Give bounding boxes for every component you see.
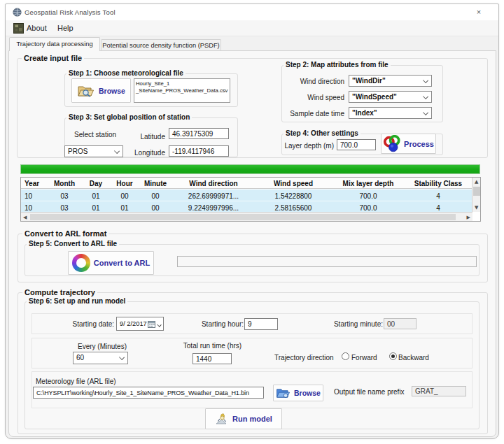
group-convert-arl-label: Convert to ARL format <box>22 229 108 238</box>
wind-speed-value: "WindSpeed" <box>352 93 397 101</box>
grid-cell: 01 <box>81 192 111 201</box>
tab-psdf[interactable]: Potential source density function (PSDF) <box>101 39 221 51</box>
grid-header-cell[interactable]: Year <box>21 180 48 188</box>
arl-file-field[interactable]: C:\HYSPLIT\working\Hourly_Site_1_SiteNam… <box>33 387 264 399</box>
chevron-down-icon <box>423 94 428 99</box>
grid-header-cell[interactable]: Month <box>48 180 81 188</box>
station-combobox[interactable]: PROS <box>64 145 123 157</box>
browse-arl-file-button[interactable]: Browse <box>273 385 323 401</box>
grid-header-cell[interactable]: Mix layer depth <box>332 180 405 188</box>
starting-date-label: Starting date: <box>58 320 114 328</box>
grid-cell: 00 <box>111 192 139 201</box>
total-run-time-field[interactable]: 1440 <box>192 353 232 364</box>
menu-bar: About Help <box>6 20 498 36</box>
chevron-down-icon <box>423 110 428 115</box>
tab-strip: Trajectory data processing Potential sou… <box>6 36 498 50</box>
chevron-down-icon <box>119 355 125 360</box>
group-step2-label: Step 2: Map attributes from file <box>284 61 391 69</box>
layer-depth-field[interactable]: 700.0 <box>337 139 376 150</box>
grid-horizontal-scrollbar[interactable]: ◀ ▶ <box>21 212 472 221</box>
run-model-icon <box>215 413 229 426</box>
grid-cell: 262.69999971... <box>172 192 255 201</box>
group-step6-label: Step 6: Set up and run model <box>27 297 127 305</box>
forward-label: Forward <box>351 354 377 361</box>
backward-label: Backward <box>398 354 429 361</box>
convert-progress-bar <box>177 256 477 267</box>
grid-vertical-scrollbar[interactable]: ▲ ▼ <box>472 178 480 212</box>
browse-met-file-label: Browse <box>99 87 125 95</box>
app-icon <box>13 8 22 17</box>
latitude-label: Latitude <box>123 133 165 141</box>
arl-file-label: Meteorology file (ARL file) <box>36 378 116 385</box>
convert-to-arl-label: Convert to ARL <box>94 259 150 267</box>
starting-date-value: 9/ 2/2017 <box>120 320 147 327</box>
datepicker-dropdown-icon[interactable] <box>157 322 162 327</box>
window-title: Geospatial Risk Analysis Tool <box>24 8 115 16</box>
convert-to-arl-button[interactable]: Convert to ARL <box>68 251 154 275</box>
close-button[interactable]: × <box>472 7 485 17</box>
met-file-name-line1: Hourly_Site_1 <box>136 80 227 87</box>
sample-date-time-combobox[interactable]: "Index" <box>349 107 432 119</box>
grid-header-cell[interactable]: Stability Class <box>405 180 472 188</box>
latitude-field[interactable]: 46.39175309 <box>169 128 229 139</box>
grid-header-cell[interactable]: Wind speed <box>255 180 332 188</box>
starting-hour-field[interactable]: 9 <box>244 318 278 330</box>
scroll-up-icon[interactable]: ▲ <box>475 179 478 185</box>
scroll-down-icon[interactable]: ▼ <box>475 205 478 210</box>
station-value: PROS <box>68 148 88 155</box>
run-model-label: Run model <box>232 415 272 423</box>
menu-help[interactable]: Help <box>57 24 74 32</box>
grid-header-cell[interactable]: Hour <box>111 180 139 188</box>
wind-speed-label: Wind speed <box>274 94 344 101</box>
menu-app-icon <box>13 23 24 34</box>
grid-header-cell[interactable]: Minute <box>139 180 172 188</box>
forward-radio[interactable] <box>342 352 349 360</box>
wind-direction-value: "WindDir" <box>352 77 386 85</box>
process-button[interactable]: Process <box>381 134 436 154</box>
met-file-name-box[interactable]: Hourly_Site_1 _SiteName_PROS_Weather_Dat… <box>134 78 230 103</box>
chevron-down-icon <box>114 148 120 154</box>
grid-cell: 10 <box>21 192 48 201</box>
wind-speed-combobox[interactable]: "WindSpeed" <box>349 91 432 103</box>
trajectory-direction-label: Trajectory direction <box>274 354 334 361</box>
group-step5-label: Step 5: Convert to ARL file <box>27 240 119 248</box>
tab-trajectory-data-processing[interactable]: Trajectory data processing <box>9 37 100 51</box>
starting-hour-label: Starting hour: <box>188 320 244 328</box>
backward-radio[interactable] <box>389 352 397 360</box>
every-minutes-value: 60 <box>76 354 84 361</box>
grid-cell: 1.54228800 <box>255 192 332 201</box>
grid-header-cell[interactable]: Wind direction <box>172 180 255 188</box>
scroll-right-icon[interactable]: ▶ <box>467 215 470 220</box>
wind-direction-combobox[interactable]: "WindDir" <box>349 75 432 87</box>
import-progress-bar <box>20 164 480 174</box>
scroll-left-icon[interactable]: ◀ <box>23 215 27 220</box>
scroll-thumb-vertical[interactable] <box>473 187 480 196</box>
run-model-button[interactable]: Run model <box>205 408 282 429</box>
group-step1-label: Step 1: Choose meteorological file <box>66 69 186 77</box>
group-compute-trajectory-label: Compute trajectory <box>22 288 97 296</box>
group-step4-label: Step 4: Other settings <box>284 129 360 137</box>
starting-date-picker[interactable]: 9/ 2/2017 <box>116 317 164 331</box>
longitude-label: Longitude <box>123 149 165 157</box>
grid-cell: 4 <box>405 192 472 201</box>
longitude-field[interactable]: -119.4117946 <box>169 145 229 157</box>
browse-met-file-button[interactable]: Browse <box>71 78 131 103</box>
starting-minute-label: Starting minute: <box>327 320 383 328</box>
menu-about[interactable]: About <box>27 24 47 32</box>
grid-header-cell[interactable]: Day <box>81 180 111 188</box>
rgb-circles-icon <box>383 135 401 153</box>
browse-arl-file-label: Browse <box>294 389 321 397</box>
every-minutes-combobox[interactable]: 60 <box>73 352 128 364</box>
calendar-icon[interactable] <box>148 320 155 328</box>
grid-cell: 700.0 <box>332 192 405 201</box>
group-step3-label: Step 3: Set global position of station <box>66 113 192 121</box>
every-minutes-label: Every (Minutes) <box>76 343 129 350</box>
output-prefix-field[interactable]: GRAT_ <box>412 386 466 396</box>
scroll-thumb-horizontal[interactable] <box>30 214 456 220</box>
weather-data-grid[interactable]: Year Month Day Hour Minute Wind directio… <box>20 177 481 222</box>
starting-minute-field[interactable]: 00 <box>384 318 416 329</box>
color-wheel-icon <box>72 254 90 272</box>
grid-header-row: Year Month Day Hour Minute Wind directio… <box>21 178 472 189</box>
folder-blue-icon <box>276 387 290 399</box>
grid-row[interactable]: 10 03 01 00 00 262.69999971... 1.5422880… <box>21 189 472 201</box>
